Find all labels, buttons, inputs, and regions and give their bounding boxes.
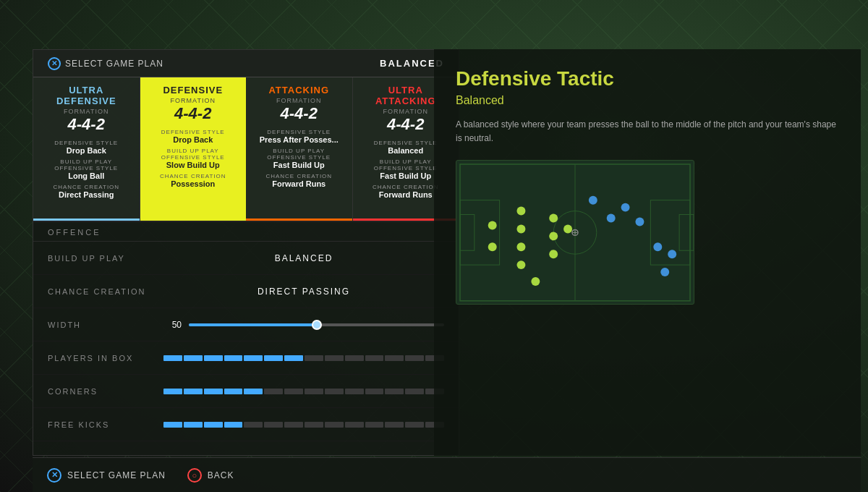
players-in-box-row: PLAYERS IN BOX xyxy=(33,342,459,375)
cseg-10 xyxy=(345,389,364,394)
chance-creation-row: CHANCE CREATION DIRECT PASSING xyxy=(33,275,459,308)
cseg-6 xyxy=(264,389,283,394)
cseg-3 xyxy=(204,389,223,394)
plan-def-def-style: DEFENSIVE STYLE Drop Back xyxy=(146,129,241,144)
corners-bar[interactable] xyxy=(163,389,444,394)
svg-point-25 xyxy=(660,268,669,276)
build-up-play-value: BALANCED xyxy=(163,253,444,263)
svg-point-21 xyxy=(607,214,616,223)
svg-point-12 xyxy=(516,243,525,252)
seg-12 xyxy=(385,355,404,361)
seg-11 xyxy=(365,355,384,361)
fseg-9 xyxy=(325,422,344,428)
players-in-box-bar[interactable] xyxy=(163,355,444,361)
players-in-box-label: PLAYERS IN BOX xyxy=(48,354,163,362)
plan-def-off-style: BUILD UP PLAY OFFENSIVE STYLE Slow Build… xyxy=(146,148,241,169)
plan-att-chance: CHANCE CREATION Forward Runs xyxy=(252,173,346,188)
fseg-6 xyxy=(264,422,283,428)
plan-ultra-def-chance: CHANCE CREATION Direct Passing xyxy=(39,184,134,199)
free-kicks-label: FREE KICKS xyxy=(48,420,163,429)
cseg-9 xyxy=(325,389,344,394)
bottom-bar: ✕ Select Game Plan ○ Back xyxy=(33,457,861,492)
tactic-subtitle: Balanced xyxy=(456,94,839,107)
fseg-13 xyxy=(405,422,424,428)
back-action[interactable]: ○ Back xyxy=(187,468,234,483)
offence-section: OFFENCE BUILD UP PLAY BALANCED CHANCE CR… xyxy=(33,222,459,441)
svg-point-19 xyxy=(589,196,597,205)
plan-att-def-style: DEFENSIVE STYLE Press After Posses... xyxy=(252,129,346,144)
width-track[interactable] xyxy=(189,323,444,326)
seg-13 xyxy=(405,355,424,361)
svg-rect-5 xyxy=(460,215,475,251)
plan-ultra-def-formation-label: FORMATION xyxy=(39,108,134,115)
svg-rect-7 xyxy=(679,215,694,251)
svg-point-14 xyxy=(549,214,558,223)
plan-att-formation-label: FORMATION xyxy=(252,97,346,104)
tactic-title: Defensive Tactic xyxy=(456,67,839,90)
right-panel: Defensive Tactic Balanced A balanced sty… xyxy=(434,49,861,456)
free-kicks-row: FREE KICKS xyxy=(33,408,459,441)
header-select-label: SELECT GAME PLAN xyxy=(65,59,163,69)
fseg-4 xyxy=(224,422,243,428)
cseg-13 xyxy=(405,389,424,394)
header-bar: ✕ SELECT GAME PLAN BALANCED xyxy=(33,50,459,77)
svg-point-8 xyxy=(488,221,497,230)
seg-4 xyxy=(224,355,243,361)
plan-ultra-def-def-style: DEFENSIVE STYLE Drop Back xyxy=(39,140,134,155)
back-bottom-label: Back xyxy=(208,470,234,480)
seg-8 xyxy=(305,355,323,361)
back-circle-icon: ○ xyxy=(187,468,202,483)
seg-3 xyxy=(204,355,223,361)
width-thumb[interactable] xyxy=(312,320,322,330)
build-up-play-row: BUILD UP PLAY BALANCED xyxy=(33,242,459,275)
free-kicks-bar[interactable] xyxy=(163,422,444,428)
svg-point-10 xyxy=(516,207,525,216)
width-fill xyxy=(189,323,317,326)
width-slider-container[interactable]: 50 xyxy=(163,320,444,330)
plan-def-formation-label: FORMATION xyxy=(146,97,241,104)
svg-point-23 xyxy=(653,243,662,252)
fseg-5 xyxy=(244,422,263,428)
game-plans: ULTRA DEFENSIVE FORMATION 4-4-2 DEFENSIV… xyxy=(33,77,459,222)
field-diagram xyxy=(456,160,694,305)
width-label: WIDTH xyxy=(48,321,163,329)
svg-point-13 xyxy=(516,261,525,270)
select-plan-bottom-label: Select Game Plan xyxy=(67,470,166,480)
seg-2 xyxy=(184,355,203,361)
plan-att-title: ATTACKING xyxy=(252,85,346,96)
cseg-7 xyxy=(284,389,303,394)
svg-point-18 xyxy=(531,277,540,286)
select-game-plan-action[interactable]: ✕ Select Game Plan xyxy=(47,468,166,483)
fseg-1 xyxy=(163,422,182,428)
plan-ultra-defensive[interactable]: ULTRA DEFENSIVE FORMATION 4-4-2 DEFENSIV… xyxy=(33,77,140,221)
plan-att-formation: 4-4-2 xyxy=(252,104,346,123)
fseg-10 xyxy=(345,422,364,428)
seg-9 xyxy=(325,355,344,361)
cseg-11 xyxy=(365,389,384,394)
plan-ultra-def-title: ULTRA DEFENSIVE xyxy=(39,85,134,106)
cseg-8 xyxy=(305,389,323,394)
fseg-11 xyxy=(365,422,384,428)
plan-attacking[interactable]: ATTACKING FORMATION 4-4-2 DEFENSIVE STYL… xyxy=(246,77,353,221)
plan-defensive[interactable]: DEFENSIVE FORMATION 4-4-2 DEFENSIVE STYL… xyxy=(140,77,247,221)
fseg-3 xyxy=(204,422,223,428)
build-up-play-label: BUILD UP PLAY xyxy=(48,254,163,263)
svg-rect-4 xyxy=(460,200,500,265)
svg-point-16 xyxy=(549,250,558,259)
cseg-12 xyxy=(385,389,404,394)
select-plan-x-icon: ✕ xyxy=(48,57,61,70)
left-panel: ✕ SELECT GAME PLAN BALANCED ULTRA DEFENS… xyxy=(33,49,459,456)
offence-title: OFFENCE xyxy=(33,222,459,242)
seg-6 xyxy=(264,355,283,361)
width-value: 50 xyxy=(163,320,182,330)
plan-att-off-style: BUILD UP PLAY OFFENSIVE STYLE Fast Build… xyxy=(252,148,346,169)
svg-point-9 xyxy=(488,243,497,252)
plan-def-formation: 4-4-2 xyxy=(146,104,241,123)
seg-1 xyxy=(163,355,182,361)
main-container: ✕ SELECT GAME PLAN BALANCED ULTRA DEFENS… xyxy=(0,0,868,492)
plan-def-chance: CHANCE CREATION Possession xyxy=(146,173,241,188)
chance-creation-label: CHANCE CREATION xyxy=(48,287,163,296)
cseg-1 xyxy=(163,389,182,394)
seg-5 xyxy=(244,355,263,361)
svg-point-20 xyxy=(621,203,630,212)
